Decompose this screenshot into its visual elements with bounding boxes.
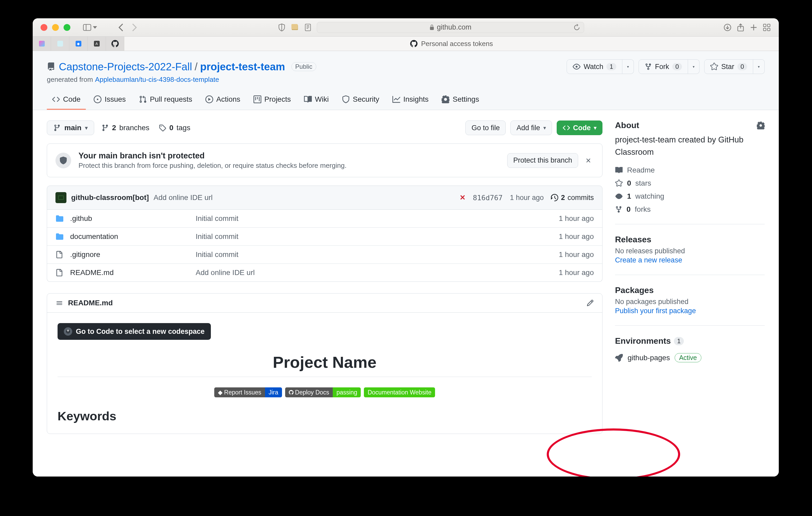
tags-link[interactable]: 0 tags [159, 124, 191, 132]
readme-title: Project Name [58, 353, 592, 377]
owner-link[interactable]: Capstone-Projects-2022-Fall [59, 61, 192, 72]
tabs-icon[interactable] [762, 23, 771, 32]
codespace-icon [64, 327, 72, 336]
readme-link[interactable]: Readme [615, 166, 765, 174]
history-icon [551, 194, 558, 201]
tab-actions[interactable]: Actions [200, 91, 245, 110]
watch-dropdown[interactable]: ▾ [622, 59, 634, 74]
shield-icon [55, 153, 71, 168]
reader-icon[interactable] [304, 23, 312, 32]
file-commit-msg[interactable]: Initial commit [196, 232, 559, 241]
file-commit-msg[interactable]: Initial commit [196, 214, 559, 223]
commit-sha[interactable]: 816d767 [473, 194, 503, 202]
minimize-window[interactable] [52, 24, 59, 31]
pinned-tab-3[interactable]: ◆ [69, 37, 88, 51]
about-settings[interactable] [757, 122, 765, 129]
pinned-tab-1[interactable] [33, 37, 51, 51]
forks-link[interactable]: 0 forks [615, 205, 765, 214]
commit-author[interactable]: github-classroom[bot] [71, 193, 149, 202]
template-link[interactable]: Applebaumlan/tu-cis-4398-docs-template [95, 75, 219, 84]
code-button[interactable]: Code ▾ [557, 121, 603, 135]
watching-link[interactable]: 1 watching [615, 192, 765, 201]
readme-badges: ◆ Report Issues Jira Deploy Docs passing… [58, 387, 592, 397]
fork-button[interactable]: Fork 0 ▾ [639, 59, 699, 74]
repo-nav: Code Issues Pull requests Actions Projec… [47, 91, 765, 110]
badge-deploy[interactable]: Deploy Docs passing [285, 387, 361, 397]
eye-icon [573, 63, 580, 70]
banner-desc: Protect this branch from force pushing, … [79, 161, 347, 170]
new-tab-icon[interactable] [750, 23, 758, 32]
branch-selector[interactable]: main ▾ [47, 121, 94, 135]
tab-issues[interactable]: Issues [88, 91, 131, 110]
tab-title: Personal access tokens [421, 40, 493, 48]
readme-filename[interactable]: README.md [68, 299, 113, 307]
repo-link[interactable]: project-test-team [200, 61, 285, 72]
tab-insights[interactable]: Insights [387, 91, 434, 110]
file-list: .githubInitial commit1 hour agodocumenta… [47, 210, 603, 282]
protect-branch-button[interactable]: Protect this branch [507, 153, 578, 168]
publish-package-link[interactable]: Publish your first package [615, 307, 765, 315]
edit-readme[interactable] [586, 299, 594, 307]
add-file-button[interactable]: Add file ▾ [511, 121, 552, 135]
close-banner[interactable] [583, 155, 594, 166]
commits-link[interactable]: 2 commits [551, 194, 594, 202]
file-row[interactable]: documentationInitial commit1 hour ago [47, 227, 602, 245]
file-commit-msg[interactable]: Initial commit [196, 250, 559, 259]
file-name[interactable]: documentation [70, 232, 196, 241]
file-row[interactable]: .gitignoreInitial commit1 hour ago [47, 245, 602, 264]
file-row[interactable]: README.mdAdd online IDE url1 hour ago [47, 264, 602, 281]
commit-message[interactable]: Add online IDE url [153, 193, 213, 202]
tab-code[interactable]: Code [47, 91, 86, 110]
stars-link[interactable]: 0 stars [615, 179, 765, 187]
rocket-icon [615, 354, 623, 362]
status-fail-icon[interactable]: ✕ [460, 193, 466, 202]
fork-icon [645, 63, 652, 70]
goto-file-button[interactable]: Go to file [465, 121, 506, 135]
shield-icon[interactable] [278, 23, 286, 32]
readme-keywords-heading: Keywords [58, 409, 592, 423]
share-icon[interactable] [736, 23, 745, 32]
nav-back[interactable] [117, 23, 125, 32]
about-section: About project-test-team created by GitHu… [615, 121, 765, 224]
star-button[interactable]: Star 0 ▾ [704, 59, 765, 74]
passwords-icon[interactable] [291, 23, 299, 32]
go-codespace-button[interactable]: Go to Code to select a new codespace [58, 323, 211, 340]
tab-pulls[interactable]: Pull requests [134, 91, 198, 110]
pinned-tab-4[interactable]: A [88, 37, 106, 51]
badge-docs[interactable]: Documentation Website [364, 387, 435, 397]
environment-item[interactable]: github-pages Active [615, 353, 765, 362]
watch-button[interactable]: Watch 1 ▾ [567, 59, 634, 74]
svg-rect-11 [763, 28, 766, 31]
pinned-tab-5[interactable] [106, 37, 124, 51]
sidebar-toggle[interactable] [83, 24, 97, 31]
reload-icon[interactable] [573, 24, 580, 31]
file-row[interactable]: .githubInitial commit1 hour ago [47, 210, 602, 227]
pinned-tab-2[interactable] [51, 37, 69, 51]
window-controls [40, 24, 70, 31]
zoom-window[interactable] [64, 24, 70, 31]
tab-projects[interactable]: Projects [248, 91, 296, 110]
fork-dropdown[interactable]: ▾ [688, 59, 699, 74]
badge-jira[interactable]: ◆ Report Issues Jira [214, 387, 282, 397]
file-time: 1 hour ago [559, 250, 594, 259]
file-time: 1 hour ago [559, 269, 594, 277]
downloads-icon[interactable] [723, 23, 732, 32]
star-dropdown[interactable]: ▾ [753, 59, 765, 74]
file-name[interactable]: .gitignore [70, 250, 196, 259]
file-name[interactable]: README.md [70, 269, 196, 277]
address-bar[interactable]: github.com [317, 22, 584, 33]
url-text: github.com [437, 23, 471, 31]
tab-settings[interactable]: Settings [436, 91, 484, 110]
svg-rect-9 [763, 24, 766, 27]
tab-security[interactable]: Security [337, 91, 384, 110]
code-icon [563, 124, 570, 131]
tab-wiki[interactable]: Wiki [299, 91, 334, 110]
file-commit-msg[interactable]: Add online IDE url [196, 269, 559, 277]
branches-link[interactable]: 2 branches [102, 124, 149, 132]
create-release-link[interactable]: Create a new release [615, 256, 765, 264]
file-name[interactable]: .github [70, 214, 196, 223]
browser-window: github.com ◆ A Personal access token [33, 18, 779, 477]
bot-avatar[interactable] [55, 192, 66, 203]
close-window[interactable] [40, 24, 47, 31]
active-tab[interactable]: Personal access tokens [124, 37, 779, 51]
